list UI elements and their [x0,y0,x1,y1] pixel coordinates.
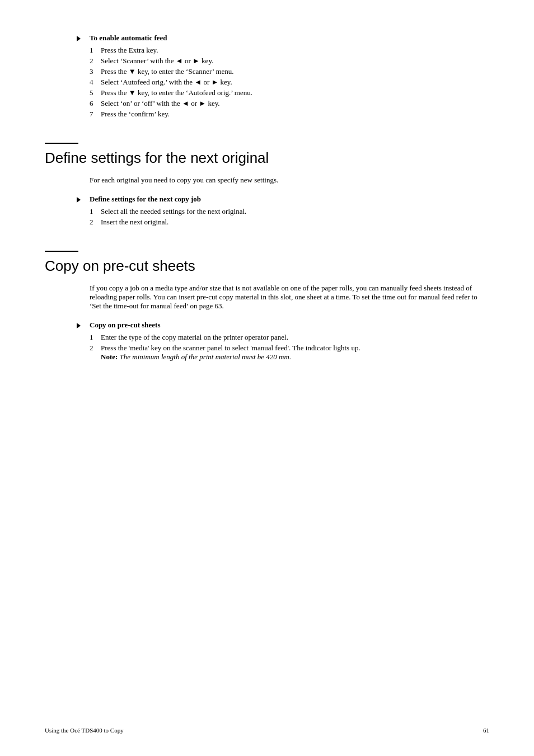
steps-list-2: 1 Select all the needed settings for the… [90,207,489,227]
bullet-triangle-3 [77,323,81,328]
step-2-1: 1 Select all the needed settings for the… [90,207,489,216]
procedure-define-settings: Define settings for the next copy job 1 … [45,195,489,228]
bullet-col-2 [45,195,90,203]
footer: Using the Océ TDS400 to Copy 61 [45,727,489,734]
section-intro-3: If you copy a job on a media type and/or… [45,284,489,311]
step-text-3-1: Enter the type of the copy material on t… [101,333,489,342]
step-2-2: 2 Insert the next original. [90,218,489,227]
bullet-triangle-1 [77,36,81,41]
section-heading-2: Define settings for the next original [45,149,489,167]
step-text-2-2: Insert the next original. [101,218,489,227]
section-heading-3: Copy on pre-cut sheets [45,257,489,275]
section-divider-3 [45,251,78,252]
procedure-content-1: To enable automatic feed 1 Press the Ext… [90,34,489,120]
step-1-5: 5 Press the ▼ key, to enter the ‘Autofee… [90,88,489,97]
procedure-title-2: Define settings for the next copy job [90,195,489,204]
steps-list-3: 1 Enter the type of the copy material on… [90,333,489,361]
step-1-2: 2 Select ‘Scanner’ with the ◄ or ► key. [90,57,489,65]
step-text-1-4: Select ‘Autofeed orig.’ with the ◄ or ► … [101,78,489,87]
step-text-1-3: Press the ▼ key, to enter the ‘Scanner’ … [101,67,489,76]
section-intro-2: For each original you need to copy you c… [45,176,489,185]
note-block: Note: The minimum length of the print ma… [101,353,291,361]
step-text-1-5: Press the ▼ key, to enter the ‘Autofeed … [101,88,489,97]
step-1-4: 4 Select ‘Autofeed orig.’ with the ◄ or … [90,78,489,87]
note-italic: The minimum length of the print material… [120,353,292,361]
step-text-1-7: Press the ‘confirm’ key. [101,110,489,119]
step-1-1: 1 Press the Extra key. [90,46,489,55]
section-precut-sheets: Copy on pre-cut sheets If you copy a job… [45,251,489,363]
step-text-2-1: Select all the needed settings for the n… [101,207,489,216]
note-label: Note: [101,353,118,361]
steps-list-1: 1 Press the Extra key. 2 Select ‘Scanner… [90,46,489,119]
step-1-3: 3 Press the ▼ key, to enter the ‘Scanner… [90,67,489,76]
step-text-1-1: Press the Extra key. [101,46,489,55]
section-divider-2 [45,143,78,144]
step-num-2-2: 2 [90,218,101,227]
procedure-content-3: Copy on pre-cut sheets 1 Enter the type … [90,321,489,363]
bullet-col-1 [45,34,90,41]
procedure-enable-feed: To enable automatic feed 1 Press the Ext… [45,34,489,120]
procedure-content-2: Define settings for the next copy job 1 … [90,195,489,228]
step-num-1-3: 3 [90,67,101,76]
step-num-1-7: 7 [90,110,101,119]
step-num-1-5: 5 [90,88,101,97]
procedure-title-1: To enable automatic feed [90,34,489,43]
procedure-precut: Copy on pre-cut sheets 1 Enter the type … [45,321,489,363]
bullet-col-3 [45,321,90,328]
step-3-2: 2 Press the 'media' key on the scanner p… [90,344,489,361]
footer-right: 61 [483,727,489,734]
step-text-1-2: Select ‘Scanner’ with the ◄ or ► key. [101,57,489,65]
step-num-1-2: 2 [90,57,101,65]
step-num-2-1: 1 [90,207,101,216]
footer-left: Using the Océ TDS400 to Copy [45,727,124,734]
step-num-1-1: 1 [90,46,101,55]
step-text-1-6: Select ‘on’ or ‘off’ with the ◄ or ► key… [101,99,489,108]
section-enable-automatic-feed: To enable automatic feed 1 Press the Ext… [45,34,489,120]
step-3-1: 1 Enter the type of the copy material on… [90,333,489,342]
step-1-6: 6 Select ‘on’ or ‘off’ with the ◄ or ► k… [90,99,489,108]
page: To enable automatic feed 1 Press the Ext… [0,0,534,756]
step-text-3-2: Press the 'media' key on the scanner pan… [101,344,489,361]
step-1-7: 7 Press the ‘confirm’ key. [90,110,489,119]
bullet-triangle-2 [77,197,81,203]
section-define-settings: Define settings for the next original Fo… [45,143,489,228]
step-num-3-2: 2 [90,344,101,353]
step-num-3-1: 1 [90,333,101,342]
procedure-title-3: Copy on pre-cut sheets [90,321,489,330]
step-num-1-4: 4 [90,78,101,87]
step-num-1-6: 6 [90,99,101,108]
